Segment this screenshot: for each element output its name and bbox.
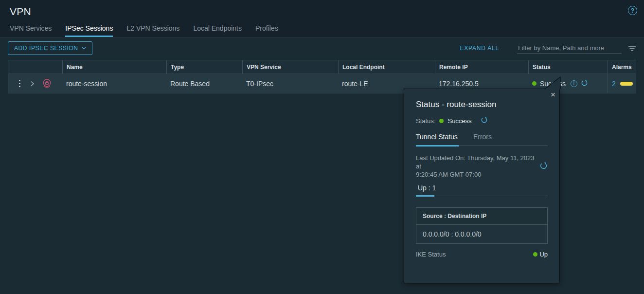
column-header-alarms[interactable]: Alarms [608, 60, 636, 74]
filter-icon[interactable] [628, 45, 636, 54]
tab-vpn-services[interactable]: VPN Services [10, 24, 52, 37]
main-tab-bar: VPN Services IPSec Sessions L2 VPN Sessi… [0, 24, 644, 37]
page-header: VPN ? VPN Services IPSec Sessions L2 VPN… [0, 0, 644, 37]
vpn-page: { "app": { "title": "VPN", "help_glyph":… [0, 0, 644, 294]
status-refresh-icon[interactable] [581, 79, 588, 88]
popup-status-value: Success [447, 117, 471, 125]
last-updated-row: Last Updated On: Thursday, May 11, 2023 … [416, 154, 548, 179]
toolbar: ADD IPSEC SESSION EXPAND ALL [0, 37, 644, 60]
last-updated-text: Last Updated On: Thursday, May 11, 2023 … [416, 154, 537, 179]
popup-status-label: Status: [416, 117, 435, 125]
row-controls [8, 74, 62, 93]
row-alarms: 2 [608, 74, 636, 93]
popup-tab-errors[interactable]: Errors [473, 133, 492, 141]
row-menu-icon[interactable] [17, 80, 22, 87]
tunnel-state-tab-underline [416, 195, 434, 197]
filter-input[interactable] [517, 42, 622, 54]
alarm-severity-bar [620, 82, 633, 86]
row-vpn-service: T0-IPsec [242, 74, 338, 93]
ipsec-session-icon [42, 78, 52, 89]
popup-status-line: Status: Success [416, 116, 548, 125]
ike-status-row: IKE Status Up [416, 251, 548, 258]
tunnel-table: Source : Destination IP 0.0.0.0/0 : 0.0.… [416, 207, 548, 244]
popup-active-tab-underline [416, 145, 459, 147]
status-success-dot-icon [532, 81, 537, 86]
popup-close-icon[interactable]: × [551, 90, 555, 100]
add-ipsec-session-label: ADD IPSEC SESSION [14, 45, 78, 52]
tab-local-endpoints[interactable]: Local Endpoints [193, 24, 242, 37]
column-header-controls [8, 60, 62, 74]
row-name: route-session [62, 74, 166, 93]
column-header-status[interactable]: Status [528, 60, 608, 74]
ike-status-value: Up [533, 251, 548, 258]
tunnel-refresh-icon[interactable] [539, 162, 548, 172]
tunnel-table-header: Source : Destination IP [416, 208, 547, 225]
column-header-vpn-service[interactable]: VPN Service [242, 60, 338, 74]
alarm-count-link[interactable]: 2 [612, 80, 616, 88]
status-info-icon[interactable]: i [571, 80, 577, 87]
popup-title: Status - route-session [416, 100, 548, 110]
ike-up-dot-icon [533, 252, 537, 257]
popup-status-refresh-icon[interactable] [481, 116, 488, 125]
row-expand-chevron-icon[interactable] [29, 80, 36, 87]
column-header-type[interactable]: Type [166, 60, 242, 74]
tunnel-state-up-tab[interactable]: Up : 1 [416, 184, 548, 196]
column-header-name[interactable]: Name [62, 60, 166, 74]
popup-tab-tunnel-status[interactable]: Tunnel Status [416, 133, 458, 141]
add-ipsec-session-button[interactable]: ADD IPSEC SESSION [8, 41, 92, 55]
popup-callout-pointer [544, 76, 561, 90]
popup-tab-bar: Tunnel Status Errors [416, 133, 548, 146]
row-type: Route Based [166, 74, 242, 93]
page-title: VPN [10, 6, 31, 18]
tunnel-table-row: 0.0.0.0/0 : 0.0.0.0/0 [416, 225, 547, 243]
tab-l2-vpn-sessions[interactable]: L2 VPN Sessions [126, 24, 179, 37]
column-header-local-endpoint[interactable]: Local Endpoint [338, 60, 435, 74]
status-popup: × Status - route-session Status: Success… [404, 89, 560, 283]
help-icon[interactable]: ? [628, 6, 637, 15]
popup-success-dot-icon [439, 119, 444, 123]
tab-ipsec-sessions[interactable]: IPSec Sessions [65, 24, 113, 37]
ike-status-label: IKE Status [416, 251, 446, 258]
table-header-row: Name Type VPN Service Local Endpoint Rem… [8, 60, 636, 74]
column-header-remote-ip[interactable]: Remote IP [435, 60, 528, 74]
chevron-down-icon [82, 47, 86, 50]
expand-all-button[interactable]: EXPAND ALL [460, 45, 499, 52]
tab-profiles[interactable]: Profiles [255, 24, 278, 37]
